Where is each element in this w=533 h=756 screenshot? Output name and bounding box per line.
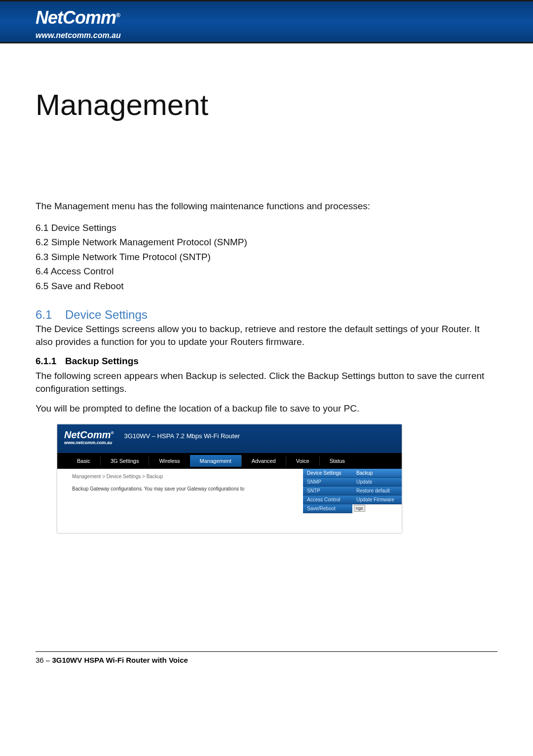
header-url: www.netcomm.com.au <box>36 31 121 40</box>
section-6-1-heading: 6.1Device Settings <box>36 308 497 322</box>
submenu-restore-default[interactable]: Restore default <box>352 487 402 495</box>
page-header: NetComm® www.netcomm.com.au <box>0 0 533 43</box>
router-breadcrumb: Management > Device Settings > Backup <box>72 474 297 479</box>
toc-list: 6.1 Device Settings 6.2 Simple Network M… <box>36 221 497 293</box>
router-menu-col1: Device Settings SNMP SNTP Access Control… <box>303 469 352 533</box>
intro-text: The Management menu has the following ma… <box>36 201 497 212</box>
menu-device-settings[interactable]: Device Settings <box>303 469 352 478</box>
router-logo-text: NetComm <box>64 429 111 440</box>
page-number: 36 – <box>36 656 52 664</box>
router-logo-reg: ® <box>111 431 114 436</box>
submenu-backup[interactable]: Backup <box>352 469 402 478</box>
tab-3g-settings[interactable]: 3G Settings <box>100 456 149 466</box>
subsection-number: 6.1.1 <box>36 356 65 367</box>
router-model: 3G10WV – HSPA 7.2 Mbps Wi-Fi Router <box>124 432 240 440</box>
router-body: Management > Device Settings > Backup Ba… <box>57 469 402 533</box>
submenu-update-firmware[interactable]: Update Firmware <box>352 495 402 504</box>
section-6-1-1-p2: You will be prompted to define the locat… <box>36 402 497 415</box>
tab-basic[interactable]: Basic <box>67 456 100 466</box>
backup-settings-button[interactable]: ngs <box>354 505 365 512</box>
tab-advanced[interactable]: Advanced <box>241 456 286 466</box>
router-header: NetComm® www.netcomm.com.au 3G10WV – HSP… <box>57 424 402 453</box>
toc-item: 6.4 Access Control <box>36 264 497 278</box>
doc-title: 3G10WV HSPA Wi-Fi Router with Voice <box>52 656 188 664</box>
router-nav: Basic 3G Settings Wireless Management Ad… <box>57 453 402 469</box>
toc-item: 6.1 Device Settings <box>36 221 497 235</box>
menu-snmp[interactable]: SNMP <box>303 478 352 487</box>
logo-text: NetComm <box>36 7 116 28</box>
section-6-1-text: The Device Settings screens allow you to… <box>36 323 497 348</box>
toc-item: 6.3 Simple Network Time Protocol (SNTP) <box>36 250 497 264</box>
router-menu-col2: Backup Update Restore default Update Fir… <box>352 469 402 533</box>
router-screenshot: NetComm® www.netcomm.com.au 3G10WV – HSP… <box>57 424 402 533</box>
netcomm-logo: NetComm® <box>36 7 120 28</box>
menu-save-reboot[interactable]: Save/Reboot <box>303 504 352 513</box>
router-content: Management > Device Settings > Backup Ba… <box>57 469 303 533</box>
tab-voice[interactable]: Voice <box>286 456 319 466</box>
router-logo: NetComm® www.netcomm.com.au <box>64 429 114 445</box>
tab-wireless[interactable]: Wireless <box>149 456 190 466</box>
subsection-title: Backup Settings <box>65 356 139 366</box>
section-number: 6.1 <box>36 308 65 322</box>
section-title: Device Settings <box>65 308 148 321</box>
menu-sntp[interactable]: SNTP <box>303 487 352 495</box>
toc-item: 6.5 Save and Reboot <box>36 279 497 293</box>
toc-item: 6.2 Simple Network Management Protocol (… <box>36 235 497 249</box>
section-6-1-1-heading: 6.1.1Backup Settings <box>36 356 497 367</box>
page-footer: 36 – 3G10WV HSPA Wi-Fi Router with Voice <box>36 651 497 664</box>
page-title: Management <box>36 88 497 122</box>
router-description: Backup Gateway configurations. You may s… <box>72 486 297 491</box>
logo-reg: ® <box>116 12 120 19</box>
tab-status[interactable]: Status <box>319 456 355 466</box>
tab-management[interactable]: Management <box>190 455 241 467</box>
menu-access-control[interactable]: Access Control <box>303 495 352 504</box>
submenu-update[interactable]: Update <box>352 478 402 487</box>
router-url: www.netcomm.com.au <box>64 440 114 445</box>
router-submenus: Device Settings SNMP SNTP Access Control… <box>303 469 402 533</box>
section-6-1-1-p1: The following screen appears when Backup… <box>36 370 497 395</box>
